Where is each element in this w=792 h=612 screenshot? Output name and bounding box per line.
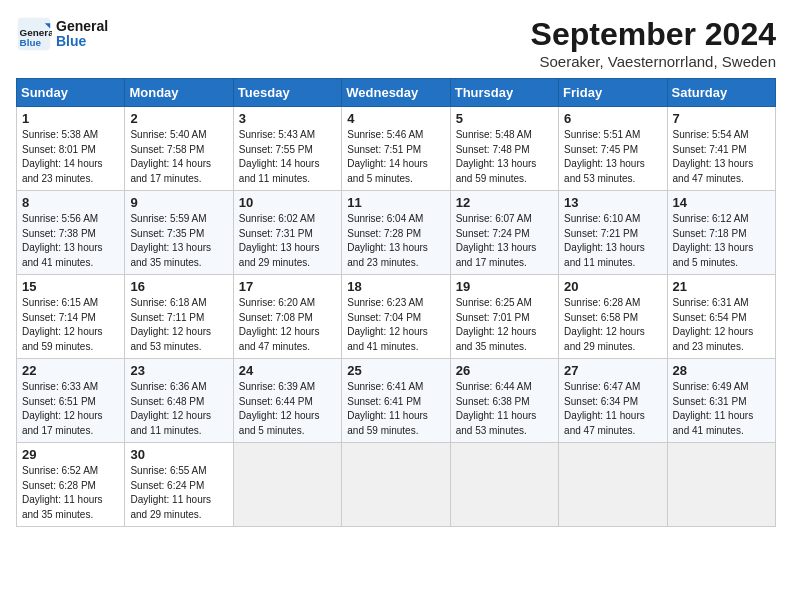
table-row: 26Sunrise: 6:44 AMSunset: 6:38 PMDayligh… — [450, 359, 558, 443]
day-number: 7 — [673, 111, 770, 126]
day-info: Sunrise: 5:59 AMSunset: 7:35 PMDaylight:… — [130, 212, 227, 270]
header-sunday: Sunday — [17, 79, 125, 107]
day-number: 13 — [564, 195, 661, 210]
header-saturday: Saturday — [667, 79, 775, 107]
day-info: Sunrise: 6:33 AMSunset: 6:51 PMDaylight:… — [22, 380, 119, 438]
day-info: Sunrise: 6:39 AMSunset: 6:44 PMDaylight:… — [239, 380, 336, 438]
day-info: Sunrise: 5:51 AMSunset: 7:45 PMDaylight:… — [564, 128, 661, 186]
table-row: 18Sunrise: 6:23 AMSunset: 7:04 PMDayligh… — [342, 275, 450, 359]
table-row: 21Sunrise: 6:31 AMSunset: 6:54 PMDayligh… — [667, 275, 775, 359]
title-block: September 2024 Soeraker, Vaesternorrland… — [531, 16, 776, 70]
day-number: 3 — [239, 111, 336, 126]
table-row: 19Sunrise: 6:25 AMSunset: 7:01 PMDayligh… — [450, 275, 558, 359]
table-row: 5Sunrise: 5:48 AMSunset: 7:48 PMDaylight… — [450, 107, 558, 191]
day-number: 6 — [564, 111, 661, 126]
header-tuesday: Tuesday — [233, 79, 341, 107]
table-row: 28Sunrise: 6:49 AMSunset: 6:31 PMDayligh… — [667, 359, 775, 443]
day-number: 11 — [347, 195, 444, 210]
header-monday: Monday — [125, 79, 233, 107]
page-title: September 2024 — [531, 16, 776, 53]
table-row: 29Sunrise: 6:52 AMSunset: 6:28 PMDayligh… — [17, 443, 125, 527]
day-info: Sunrise: 6:10 AMSunset: 7:21 PMDaylight:… — [564, 212, 661, 270]
table-row — [667, 443, 775, 527]
day-number: 14 — [673, 195, 770, 210]
day-info: Sunrise: 6:04 AMSunset: 7:28 PMDaylight:… — [347, 212, 444, 270]
svg-text:Blue: Blue — [20, 37, 42, 48]
day-number: 17 — [239, 279, 336, 294]
day-number: 4 — [347, 111, 444, 126]
day-info: Sunrise: 6:23 AMSunset: 7:04 PMDaylight:… — [347, 296, 444, 354]
day-info: Sunrise: 6:55 AMSunset: 6:24 PMDaylight:… — [130, 464, 227, 522]
day-info: Sunrise: 6:44 AMSunset: 6:38 PMDaylight:… — [456, 380, 553, 438]
logo-blue: Blue — [56, 34, 108, 49]
day-number: 24 — [239, 363, 336, 378]
day-info: Sunrise: 5:54 AMSunset: 7:41 PMDaylight:… — [673, 128, 770, 186]
table-row: 15Sunrise: 6:15 AMSunset: 7:14 PMDayligh… — [17, 275, 125, 359]
table-row: 1Sunrise: 5:38 AMSunset: 8:01 PMDaylight… — [17, 107, 125, 191]
day-number: 18 — [347, 279, 444, 294]
page-header: General Blue General Blue September 2024… — [16, 16, 776, 70]
table-row: 23Sunrise: 6:36 AMSunset: 6:48 PMDayligh… — [125, 359, 233, 443]
day-info: Sunrise: 6:15 AMSunset: 7:14 PMDaylight:… — [22, 296, 119, 354]
table-row: 25Sunrise: 6:41 AMSunset: 6:41 PMDayligh… — [342, 359, 450, 443]
table-row: 14Sunrise: 6:12 AMSunset: 7:18 PMDayligh… — [667, 191, 775, 275]
table-row: 4Sunrise: 5:46 AMSunset: 7:51 PMDaylight… — [342, 107, 450, 191]
table-row: 2Sunrise: 5:40 AMSunset: 7:58 PMDaylight… — [125, 107, 233, 191]
table-row — [450, 443, 558, 527]
day-info: Sunrise: 6:25 AMSunset: 7:01 PMDaylight:… — [456, 296, 553, 354]
table-row: 16Sunrise: 6:18 AMSunset: 7:11 PMDayligh… — [125, 275, 233, 359]
table-row: 20Sunrise: 6:28 AMSunset: 6:58 PMDayligh… — [559, 275, 667, 359]
day-info: Sunrise: 6:02 AMSunset: 7:31 PMDaylight:… — [239, 212, 336, 270]
day-info: Sunrise: 6:36 AMSunset: 6:48 PMDaylight:… — [130, 380, 227, 438]
table-row: 11Sunrise: 6:04 AMSunset: 7:28 PMDayligh… — [342, 191, 450, 275]
logo-text: General Blue — [56, 19, 108, 50]
day-number: 12 — [456, 195, 553, 210]
table-row: 8Sunrise: 5:56 AMSunset: 7:38 PMDaylight… — [17, 191, 125, 275]
day-number: 26 — [456, 363, 553, 378]
day-number: 21 — [673, 279, 770, 294]
day-number: 25 — [347, 363, 444, 378]
day-number: 20 — [564, 279, 661, 294]
calendar-week-3: 15Sunrise: 6:15 AMSunset: 7:14 PMDayligh… — [17, 275, 776, 359]
logo-general: General — [56, 19, 108, 34]
header-wednesday: Wednesday — [342, 79, 450, 107]
table-row: 24Sunrise: 6:39 AMSunset: 6:44 PMDayligh… — [233, 359, 341, 443]
table-row — [559, 443, 667, 527]
day-number: 1 — [22, 111, 119, 126]
day-number: 27 — [564, 363, 661, 378]
table-row: 22Sunrise: 6:33 AMSunset: 6:51 PMDayligh… — [17, 359, 125, 443]
calendar-header-row: SundayMondayTuesdayWednesdayThursdayFrid… — [17, 79, 776, 107]
table-row — [342, 443, 450, 527]
day-number: 30 — [130, 447, 227, 462]
day-number: 29 — [22, 447, 119, 462]
table-row: 6Sunrise: 5:51 AMSunset: 7:45 PMDaylight… — [559, 107, 667, 191]
calendar-week-5: 29Sunrise: 6:52 AMSunset: 6:28 PMDayligh… — [17, 443, 776, 527]
day-number: 9 — [130, 195, 227, 210]
day-info: Sunrise: 6:28 AMSunset: 6:58 PMDaylight:… — [564, 296, 661, 354]
table-row: 30Sunrise: 6:55 AMSunset: 6:24 PMDayligh… — [125, 443, 233, 527]
day-info: Sunrise: 5:46 AMSunset: 7:51 PMDaylight:… — [347, 128, 444, 186]
calendar-table: SundayMondayTuesdayWednesdayThursdayFrid… — [16, 78, 776, 527]
day-info: Sunrise: 6:41 AMSunset: 6:41 PMDaylight:… — [347, 380, 444, 438]
table-row: 12Sunrise: 6:07 AMSunset: 7:24 PMDayligh… — [450, 191, 558, 275]
header-thursday: Thursday — [450, 79, 558, 107]
day-info: Sunrise: 6:18 AMSunset: 7:11 PMDaylight:… — [130, 296, 227, 354]
day-info: Sunrise: 6:20 AMSunset: 7:08 PMDaylight:… — [239, 296, 336, 354]
day-number: 23 — [130, 363, 227, 378]
table-row: 9Sunrise: 5:59 AMSunset: 7:35 PMDaylight… — [125, 191, 233, 275]
day-number: 8 — [22, 195, 119, 210]
page-subtitle: Soeraker, Vaesternorrland, Sweden — [531, 53, 776, 70]
calendar-week-2: 8Sunrise: 5:56 AMSunset: 7:38 PMDaylight… — [17, 191, 776, 275]
day-info: Sunrise: 5:48 AMSunset: 7:48 PMDaylight:… — [456, 128, 553, 186]
day-info: Sunrise: 6:49 AMSunset: 6:31 PMDaylight:… — [673, 380, 770, 438]
day-number: 19 — [456, 279, 553, 294]
table-row — [233, 443, 341, 527]
day-info: Sunrise: 5:40 AMSunset: 7:58 PMDaylight:… — [130, 128, 227, 186]
table-row: 3Sunrise: 5:43 AMSunset: 7:55 PMDaylight… — [233, 107, 341, 191]
day-number: 10 — [239, 195, 336, 210]
day-number: 22 — [22, 363, 119, 378]
day-number: 16 — [130, 279, 227, 294]
table-row: 27Sunrise: 6:47 AMSunset: 6:34 PMDayligh… — [559, 359, 667, 443]
table-row: 10Sunrise: 6:02 AMSunset: 7:31 PMDayligh… — [233, 191, 341, 275]
day-info: Sunrise: 5:43 AMSunset: 7:55 PMDaylight:… — [239, 128, 336, 186]
